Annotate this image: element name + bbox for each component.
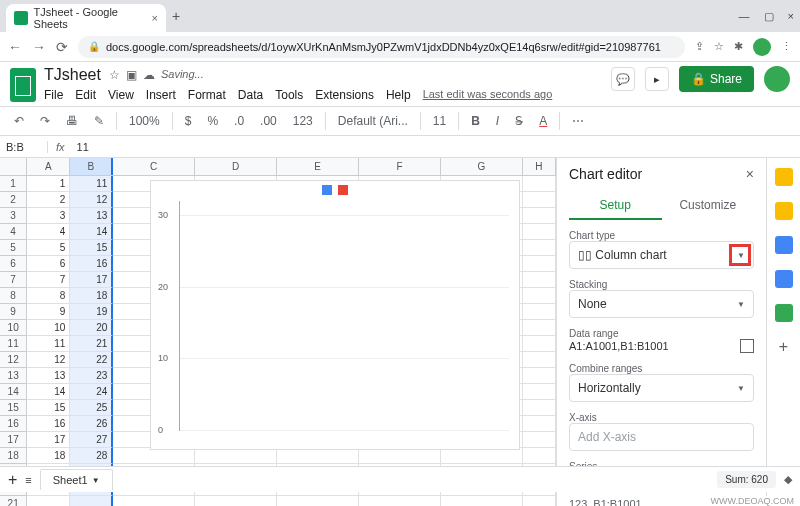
embedded-chart[interactable]: 0102030 (150, 180, 520, 450)
sheet-tab[interactable]: Sheet1 ▼ (40, 469, 113, 490)
menu-help[interactable]: Help (386, 88, 411, 102)
row-header[interactable]: 17 (0, 432, 27, 448)
cell[interactable] (523, 400, 556, 416)
cell[interactable] (277, 448, 359, 464)
cell[interactable] (523, 288, 556, 304)
cell[interactable] (523, 320, 556, 336)
cell[interactable]: 6 (27, 256, 70, 272)
cell[interactable] (523, 432, 556, 448)
menu-file[interactable]: File (44, 88, 63, 102)
undo-icon[interactable]: ↶ (10, 112, 28, 130)
currency-button[interactable]: $ (181, 112, 196, 130)
sheets-logo-icon[interactable] (10, 68, 36, 102)
row-header[interactable]: 16 (0, 416, 27, 432)
col-header-h[interactable]: H (523, 158, 556, 175)
cell[interactable]: 18 (70, 288, 113, 304)
select-all-corner[interactable] (0, 158, 27, 175)
redo-icon[interactable]: ↷ (36, 112, 54, 130)
cell[interactable]: 15 (70, 240, 113, 256)
cell[interactable]: 7 (27, 272, 70, 288)
cell[interactable]: 14 (70, 224, 113, 240)
col-header-c[interactable]: C (113, 158, 195, 175)
cell[interactable] (523, 336, 556, 352)
cell[interactable] (523, 368, 556, 384)
tab-setup[interactable]: Setup (569, 192, 662, 220)
cell[interactable]: 23 (70, 368, 113, 384)
cell[interactable] (523, 496, 556, 506)
bold-button[interactable]: B (467, 112, 484, 130)
cell[interactable] (523, 416, 556, 432)
add-addon-icon[interactable]: + (779, 338, 788, 356)
row-header[interactable]: 14 (0, 384, 27, 400)
cell[interactable]: 13 (27, 368, 70, 384)
add-sheet-button[interactable]: + (8, 471, 17, 489)
reload-icon[interactable]: ⟳ (56, 39, 68, 55)
menu-data[interactable]: Data (238, 88, 263, 102)
row-header[interactable]: 2 (0, 192, 27, 208)
menu-view[interactable]: View (108, 88, 134, 102)
cell[interactable] (113, 448, 195, 464)
row-header[interactable]: 7 (0, 272, 27, 288)
dec-increase-button[interactable]: .00 (256, 112, 281, 130)
share-url-icon[interactable]: ⇪ (695, 40, 704, 53)
cell[interactable]: 16 (27, 416, 70, 432)
move-icon[interactable]: ▣ (126, 68, 137, 82)
row-header[interactable]: 10 (0, 320, 27, 336)
cell[interactable]: 14 (27, 384, 70, 400)
row-header[interactable]: 21 (0, 496, 27, 506)
menu-extensions[interactable]: Extensions (315, 88, 374, 102)
cell[interactable] (113, 496, 195, 506)
xaxis-field[interactable]: Add X-axis (569, 423, 754, 451)
cell[interactable]: 3 (27, 208, 70, 224)
all-sheets-button[interactable]: ≡ (25, 474, 31, 486)
close-window-icon[interactable]: × (788, 10, 794, 23)
select-range-icon[interactable] (740, 339, 754, 353)
cell[interactable] (523, 192, 556, 208)
last-edit-link[interactable]: Last edit was seconds ago (423, 88, 553, 102)
strike-button[interactable]: S̶ (511, 112, 527, 130)
cell[interactable] (359, 496, 441, 506)
print-icon[interactable]: 🖶 (62, 112, 82, 130)
num-format-dropdown[interactable]: 123 (289, 112, 317, 130)
row-header[interactable]: 13 (0, 368, 27, 384)
account-avatar[interactable] (764, 66, 790, 92)
document-title[interactable]: TJsheet (44, 66, 101, 84)
quick-sum[interactable]: Sum: 620 (717, 471, 776, 488)
cell[interactable] (523, 352, 556, 368)
cell[interactable] (523, 384, 556, 400)
paint-icon[interactable]: ✎ (90, 112, 108, 130)
cell[interactable] (195, 496, 277, 506)
cell[interactable] (277, 496, 359, 506)
cell[interactable]: 25 (70, 400, 113, 416)
back-icon[interactable]: ← (8, 39, 22, 55)
cell[interactable]: 1 (27, 176, 70, 192)
chart-type-dropdown[interactable]: ▯▯ Column chart ▼ (569, 241, 754, 269)
font-size-dropdown[interactable]: 11 (429, 112, 450, 130)
data-range-value[interactable]: A1:A1001,B1:B1001 (569, 340, 669, 352)
cell[interactable]: 11 (70, 176, 113, 192)
cell[interactable] (27, 496, 70, 506)
menu-edit[interactable]: Edit (75, 88, 96, 102)
maps-icon[interactable] (775, 304, 793, 322)
cell[interactable]: 26 (70, 416, 113, 432)
tab-customize[interactable]: Customize (662, 192, 755, 220)
cell[interactable]: 2 (27, 192, 70, 208)
cell[interactable] (70, 496, 113, 506)
row-header[interactable]: 4 (0, 224, 27, 240)
calendar-icon[interactable] (775, 168, 793, 186)
present-button[interactable]: ▸ (645, 67, 669, 91)
cell[interactable]: 8 (27, 288, 70, 304)
cell[interactable] (523, 256, 556, 272)
cell[interactable]: 9 (27, 304, 70, 320)
cell[interactable] (195, 448, 277, 464)
cell[interactable]: 19 (70, 304, 113, 320)
cell[interactable]: 5 (27, 240, 70, 256)
minimize-icon[interactable]: — (739, 10, 750, 23)
cell[interactable]: 22 (70, 352, 113, 368)
cell[interactable]: 16 (70, 256, 113, 272)
cell[interactable]: 21 (70, 336, 113, 352)
more-toolbar-icon[interactable]: ⋯ (568, 112, 588, 130)
new-tab-button[interactable]: + (172, 8, 180, 24)
keep-icon[interactable] (775, 202, 793, 220)
tasks-icon[interactable] (775, 236, 793, 254)
